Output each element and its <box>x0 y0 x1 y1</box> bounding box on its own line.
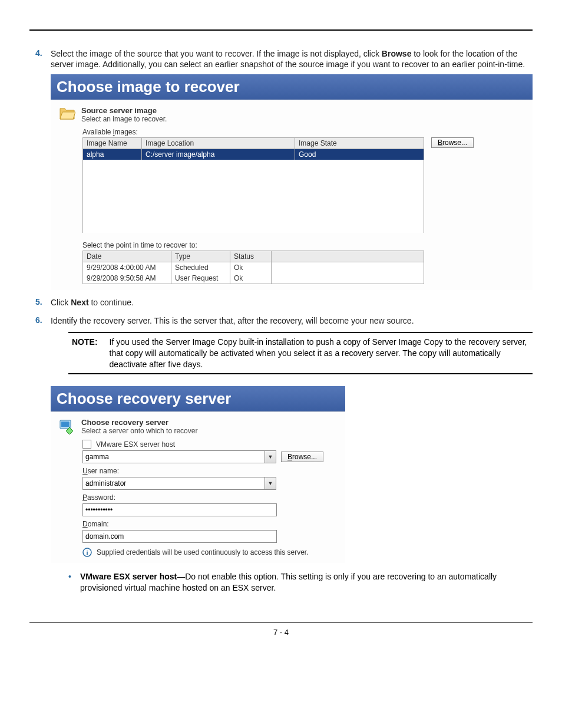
username-label: User name: <box>82 467 338 475</box>
step-6-text: Identify the recovery server. This is th… <box>51 315 533 326</box>
info-icon: i <box>82 548 92 557</box>
table-row[interactable]: 9/29/2008 4:00:00 AM Scheduled Ok <box>83 262 424 274</box>
chevron-down-icon[interactable]: ▼ <box>265 450 276 463</box>
table-row[interactable]: 9/29/2008 9:50:58 AM User Request Ok <box>83 273 424 284</box>
step-number-5: 5. <box>35 297 42 307</box>
choose-image-title: Choose image to recover <box>51 74 533 100</box>
note-label: NOTE: <box>68 337 98 370</box>
browse-button-2[interactable]: Browse... <box>281 452 323 462</box>
svg-text:i: i <box>86 549 88 556</box>
source-image-sub: Select an image to recover. <box>81 115 167 123</box>
username-field[interactable] <box>82 477 265 490</box>
folder-icon <box>59 106 75 120</box>
table-row[interactable]: alpha C:/server image/alpha Good <box>83 149 424 160</box>
password-label: Password: <box>82 493 338 502</box>
choose-image-screenshot: Choose image to recover Source server im… <box>51 74 533 290</box>
browse-button[interactable]: Browse... <box>431 137 474 148</box>
recovery-section-sub: Select a server onto which to recover <box>81 427 197 435</box>
step-4-text: Select the image of the source that you … <box>51 48 533 70</box>
step-4: 4. Select the image of the source that y… <box>29 48 533 290</box>
recovery-section-title: Choose recovery server <box>81 418 197 427</box>
server-icon <box>59 418 75 434</box>
step-5: 5. Click Next to continue. <box>29 297 533 308</box>
step-5-text: Click Next to continue. <box>51 297 533 308</box>
col-blank <box>272 251 424 262</box>
source-image-title: Source server image <box>81 106 167 115</box>
password-field[interactable] <box>82 503 277 516</box>
choose-recovery-server-screenshot: Choose recovery server Choose recovery s… <box>51 386 345 563</box>
page-number: 7 - 4 <box>273 628 289 637</box>
page-footer: 7 - 4 <box>29 622 533 637</box>
svg-rect-1 <box>61 421 70 427</box>
step-number-6: 6. <box>35 315 42 325</box>
top-divider <box>29 29 533 31</box>
choose-recovery-title: Choose recovery server <box>51 386 345 411</box>
available-images-label: Available images: <box>82 128 525 136</box>
point-in-time-table[interactable]: Date Type Status 9/29/2008 4:00:00 AM Sc… <box>82 251 424 284</box>
col-date: Date <box>83 251 171 262</box>
info-text: Supplied credentials will be used contin… <box>97 548 309 556</box>
domain-label: Domain: <box>82 520 338 528</box>
col-status: Status <box>230 251 272 262</box>
esx-label: VMware ESX server host <box>96 440 175 449</box>
point-in-time-label: Select the point in time to recover to: <box>82 241 525 249</box>
note-block: NOTE: If you used the Server Image Copy … <box>68 332 533 375</box>
col-image-name: Image Name <box>83 138 142 149</box>
col-image-location: Image Location <box>142 138 295 149</box>
host-field[interactable] <box>82 450 265 463</box>
step-6: 6. Identify the recovery server. This is… <box>29 315 533 593</box>
chevron-down-icon[interactable]: ▼ <box>265 477 276 490</box>
col-image-state: Image State <box>295 138 424 149</box>
bullet-vmware-esx: VMware ESX server host—Do not enable thi… <box>68 571 533 592</box>
col-type: Type <box>171 251 230 262</box>
step-number-4: 4. <box>35 48 42 58</box>
esx-checkbox[interactable] <box>82 440 91 449</box>
domain-field[interactable] <box>82 530 277 543</box>
note-text: If you used the Server Image Copy built-… <box>110 337 533 370</box>
available-images-table[interactable]: Image Name Image Location Image State al… <box>82 137 424 233</box>
